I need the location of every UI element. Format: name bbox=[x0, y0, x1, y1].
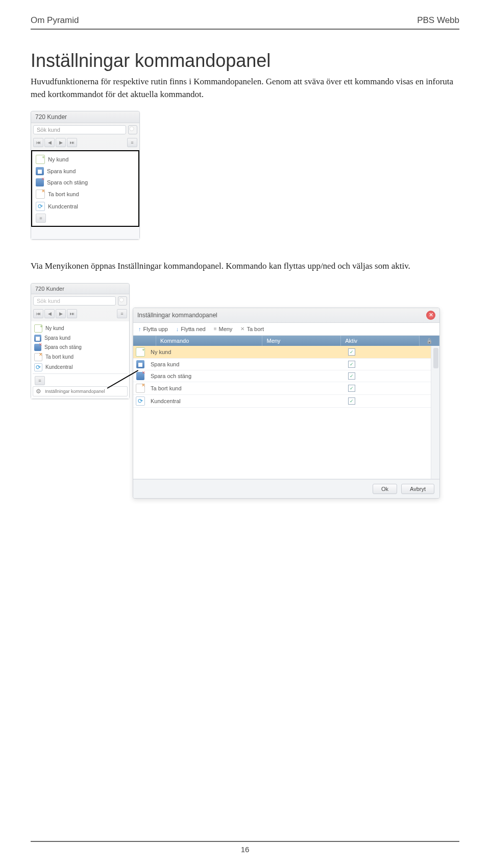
menu-icon[interactable]: ≡ bbox=[36, 214, 46, 223]
cmd-save-close[interactable]: Spara och stäng bbox=[34, 177, 137, 188]
settings-command-panel-item[interactable]: Inställningar kommandopanel bbox=[33, 386, 128, 396]
header-left: Om Pyramid bbox=[31, 15, 79, 26]
save-close-icon bbox=[136, 372, 144, 380]
page-title: Inställningar kommandopanel bbox=[31, 50, 459, 72]
cmd-label: Ta bort kund bbox=[45, 354, 74, 360]
close-icon[interactable]: ✕ bbox=[426, 311, 435, 320]
delete-icon bbox=[34, 353, 42, 361]
panel-title: 720 Kunder bbox=[31, 111, 139, 123]
cmd-label: Spara kund bbox=[44, 335, 70, 341]
cmd-kundcentral[interactable]: Kundcentral bbox=[33, 362, 128, 372]
settings-dialog-figure: 720 Kunder Sök kund ⏮ ◀ ▶ ⏭ ≡ Ny kund Sp… bbox=[31, 283, 454, 533]
active-checkbox[interactable] bbox=[348, 385, 355, 392]
cell-label: Kundcentral bbox=[148, 396, 262, 406]
table-row[interactable]: Ny kund bbox=[133, 346, 439, 359]
search-icon[interactable] bbox=[118, 296, 127, 306]
cmd-label: Kundcentral bbox=[45, 364, 72, 370]
new-icon bbox=[36, 155, 45, 164]
menu-icon[interactable]: ≡ bbox=[127, 138, 137, 147]
table-row[interactable]: Kundcentral bbox=[133, 395, 439, 408]
kundcentral-icon bbox=[34, 363, 42, 371]
table-row[interactable]: Ta bort kund bbox=[133, 382, 439, 395]
table-row[interactable]: Spara och stäng bbox=[133, 370, 439, 382]
tool-label: Ta bort bbox=[247, 326, 264, 332]
search-input[interactable]: Sök kund bbox=[33, 125, 126, 134]
save-close-icon bbox=[36, 178, 44, 186]
cmd-label: Kundcentral bbox=[48, 203, 78, 209]
nav-last-icon[interactable]: ⏭ bbox=[67, 138, 77, 147]
scrollbar[interactable] bbox=[431, 346, 439, 479]
cmd-delete[interactable]: Ta bort kund bbox=[34, 188, 137, 200]
remove-button[interactable]: Ta bort bbox=[240, 326, 264, 332]
nav-prev-icon[interactable]: ◀ bbox=[44, 309, 55, 318]
cmd-save-close[interactable]: Spara och stäng bbox=[33, 343, 128, 352]
nav-last-icon[interactable]: ⏭ bbox=[67, 309, 77, 318]
ok-button[interactable]: Ok bbox=[373, 484, 397, 494]
search-input[interactable]: Sök kund bbox=[33, 296, 116, 306]
menu-tool[interactable]: ≡Meny bbox=[214, 326, 233, 332]
command-panel-figure-1: 720 Kunder Sök kund ⏮ ◀ ▶ ⏭ ≡ Ny kund Sp… bbox=[31, 111, 140, 240]
dialog-title: Inställningar kommandopanel bbox=[137, 312, 217, 319]
tool-label: Flytta ned bbox=[181, 326, 205, 332]
delete-icon bbox=[136, 384, 145, 393]
nav-next-icon[interactable]: ▶ bbox=[56, 309, 66, 318]
table-row[interactable]: Spara kund bbox=[133, 359, 439, 370]
cell-label: Ny kund bbox=[148, 347, 262, 357]
cmd-save[interactable]: Spara kund bbox=[34, 166, 137, 177]
tool-label: Flytta upp bbox=[143, 326, 168, 332]
lock-icon bbox=[426, 338, 432, 344]
save-close-icon bbox=[34, 344, 41, 351]
active-checkbox[interactable] bbox=[348, 372, 355, 380]
nav-prev-icon[interactable]: ◀ bbox=[44, 138, 55, 147]
cmd-label: Spara kund bbox=[47, 168, 76, 174]
header-right: PBS Webb bbox=[417, 15, 459, 26]
save-icon bbox=[36, 167, 44, 175]
nav-first-icon[interactable]: ⏮ bbox=[33, 138, 43, 147]
cell-label: Ta bort kund bbox=[148, 384, 262, 393]
cmd-label: Spara och stäng bbox=[47, 179, 88, 185]
nav-first-icon[interactable]: ⏮ bbox=[33, 309, 43, 318]
move-up-button[interactable]: Flytta upp bbox=[138, 326, 168, 332]
cmd-label: Ny kund bbox=[48, 156, 68, 162]
paragraph-1: Huvudfunktionerna för respektive rutin f… bbox=[31, 76, 454, 101]
cmd-label: Ta bort kund bbox=[48, 191, 79, 197]
move-down-button[interactable]: Flytta ned bbox=[176, 326, 206, 332]
cmd-delete[interactable]: Ta bort kund bbox=[33, 352, 128, 362]
active-checkbox[interactable] bbox=[348, 348, 355, 356]
gear-icon bbox=[35, 388, 42, 395]
cmd-save[interactable]: Spara kund bbox=[33, 334, 128, 343]
page-number: 16 bbox=[241, 845, 250, 854]
menu-icon[interactable]: ≡ bbox=[35, 376, 45, 385]
col-aktiv[interactable]: Aktiv bbox=[341, 336, 420, 346]
menu-icon[interactable]: ≡ bbox=[117, 309, 127, 318]
grid-header: Kommando Meny Aktiv bbox=[133, 336, 439, 346]
cmd-label: Ny kund bbox=[45, 325, 64, 331]
cell-label: Spara och stäng bbox=[148, 371, 262, 381]
settings-dialog: Inställningar kommandopanel ✕ Flytta upp… bbox=[133, 308, 440, 499]
cancel-button[interactable]: Avbryt bbox=[401, 484, 434, 494]
new-icon bbox=[136, 347, 145, 357]
kundcentral-icon bbox=[136, 396, 145, 406]
new-icon bbox=[34, 324, 42, 333]
cmd-new[interactable]: Ny kund bbox=[34, 153, 137, 166]
active-checkbox[interactable] bbox=[348, 361, 355, 368]
panel-title: 720 Kunder bbox=[31, 284, 129, 294]
cmd-label: Inställningar kommandopanel bbox=[45, 389, 105, 394]
save-icon bbox=[34, 335, 41, 342]
active-checkbox[interactable] bbox=[348, 397, 355, 405]
cmd-label: Spara och stäng bbox=[44, 344, 82, 350]
col-meny[interactable]: Meny bbox=[262, 336, 341, 346]
paragraph-2: Via Menyikonen öppnas Inställningar komm… bbox=[31, 260, 454, 273]
cell-label: Spara kund bbox=[148, 360, 262, 369]
cmd-kundcentral[interactable]: Kundcentral bbox=[34, 200, 137, 213]
search-icon[interactable] bbox=[128, 125, 137, 134]
nav-next-icon[interactable]: ▶ bbox=[56, 138, 66, 147]
save-icon bbox=[136, 360, 144, 368]
col-kommando[interactable]: Kommando bbox=[156, 336, 262, 346]
delete-icon bbox=[36, 190, 45, 199]
tool-label: Meny bbox=[218, 326, 232, 332]
kundcentral-icon bbox=[36, 202, 45, 211]
command-panel-figure-2: 720 Kunder Sök kund ⏮ ◀ ▶ ⏭ ≡ Ny kund Sp… bbox=[31, 283, 130, 399]
cmd-new[interactable]: Ny kund bbox=[33, 323, 128, 334]
